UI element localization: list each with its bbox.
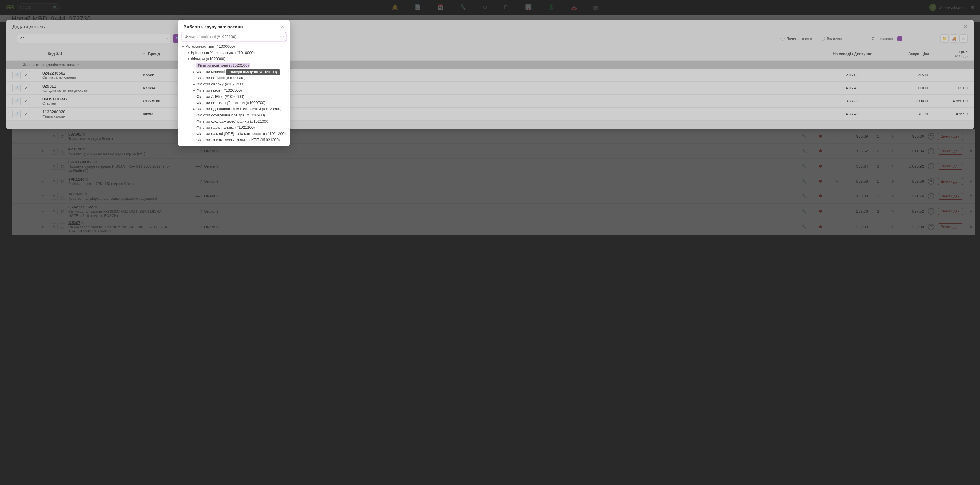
part-code-link[interactable]: 06H911024B bbox=[43, 97, 67, 101]
tree-node[interactable]: Фільтри парів палива (#1021100) bbox=[192, 124, 286, 130]
tree-node[interactable]: ▶Фільтри гідравлічні та їх компоненти (#… bbox=[192, 106, 286, 112]
tree-node-label: Фільтри паливні (#1020300) bbox=[196, 76, 245, 80]
col-supplier[interactable]: Постачальник bbox=[207, 52, 820, 56]
tree-title: Виберіть групу запчастини bbox=[183, 24, 243, 29]
in-stock-checkbox[interactable]: Є в наявності ✓ bbox=[872, 36, 902, 41]
parts-table: Код З/Ч ▾ Бренд ▾ Постачальник На складі… bbox=[6, 47, 974, 120]
check-icon[interactable]: ✓ bbox=[22, 71, 30, 79]
buy-price: 215.00 bbox=[885, 73, 929, 77]
table-row[interactable]: 📄 ✓ 0242236562 Свічка запалювання Bosch … bbox=[6, 69, 974, 82]
doc-icon[interactable]: 📄 bbox=[13, 110, 21, 118]
table-row[interactable]: 📄 ✓ 06H911024B Стартер OES Audi 3.0 / 3.… bbox=[6, 95, 974, 108]
truck-icon[interactable]: 🚚 bbox=[950, 35, 958, 43]
tree-node-label: Фільтри та комплекти фільтрів КПП (#1021… bbox=[196, 138, 280, 142]
check-icon[interactable]: ✓ bbox=[22, 110, 30, 118]
tree-node[interactable]: Фільтри та комплекти фільтрів КПП (#1021… bbox=[192, 137, 286, 143]
clear-icon[interactable]: ⓧ bbox=[280, 35, 284, 39]
sell-price: 476.90 bbox=[929, 112, 967, 116]
radio-starts-with[interactable]: Починається з bbox=[780, 36, 812, 41]
stock-value: 4.0 / 4.0 bbox=[820, 86, 885, 90]
tree-node-label: Фільтри гідравлічні та їх компоненти (#1… bbox=[196, 107, 282, 111]
modal-title: Додати деталь bbox=[13, 24, 45, 30]
folder-icon[interactable]: 📁 bbox=[940, 35, 949, 43]
radio-includes[interactable]: Включає bbox=[821, 36, 842, 41]
tree-node-label: Автозапчастини (#1000000) bbox=[186, 44, 235, 49]
tree-node[interactable]: ▶ Кріплення Універсальне (#1010000) bbox=[187, 49, 286, 56]
part-search-value: 02 bbox=[20, 36, 24, 41]
tree-node-label: Фільтри охолоджуючої рідини (#1021000) bbox=[196, 119, 269, 124]
tree-node[interactable]: Фільтри вентиляції картера (#1020700) bbox=[192, 100, 286, 106]
part-code-link[interactable]: 029311 bbox=[43, 84, 56, 89]
check-icon[interactable]: ✓ bbox=[22, 97, 30, 105]
tree-header: Виберіть групу запчастини ✕ bbox=[178, 20, 290, 32]
part-code-link[interactable]: 1123200020 bbox=[43, 109, 65, 114]
buy-price: 3 900.00 bbox=[885, 99, 929, 103]
select-group-modal: Виберіть групу запчастини ✕ ⓧ ▼ Автозапч… bbox=[178, 20, 290, 146]
stock-value: 2.0 / 0.0 bbox=[820, 73, 885, 77]
buy-price: 317.90 bbox=[885, 112, 929, 116]
tree-node[interactable]: Фільтри осушувача повітря (#1020900) bbox=[192, 112, 286, 118]
tree-tooltip: Фільтри повітряні (#1020100) bbox=[226, 69, 280, 75]
brand-link[interactable]: OES Audi bbox=[143, 99, 160, 103]
tree-node[interactable]: Фільтри охолоджуючої рідини (#1021000) bbox=[192, 118, 286, 124]
tree-node-label: Фільтри парів палива (#1021100) bbox=[196, 125, 255, 130]
add-detail-modal: Додати деталь ✕ 02 ⓧ 🔍 Починається з Вкл… bbox=[6, 20, 974, 129]
tree-view: ▼ Автозапчастини (#1000000) ▶ Кріплення … bbox=[178, 43, 290, 143]
tree-node-label: Фільтри салону (#1020400) bbox=[196, 82, 244, 86]
tree-node-label: Фільтри сажові (DPF) та їх компоненти (#… bbox=[196, 132, 286, 136]
check-icon[interactable]: ✓ bbox=[22, 84, 30, 92]
caret-right-icon: ▶ bbox=[192, 70, 195, 73]
radio-icon bbox=[780, 36, 784, 41]
checkbox-checked-icon: ✓ bbox=[897, 36, 902, 41]
close-icon[interactable]: ✕ bbox=[281, 24, 284, 29]
caret-right-icon: ▶ bbox=[192, 89, 195, 92]
close-icon[interactable]: ✕ bbox=[963, 24, 967, 30]
part-search-field[interactable]: 02 ⓧ bbox=[17, 34, 170, 43]
tree-search-input[interactable] bbox=[181, 32, 286, 41]
col-buy[interactable]: Закуп. ціна bbox=[885, 52, 929, 56]
doc-icon[interactable]: 📄 bbox=[13, 97, 21, 105]
caret-right-icon: ▶ bbox=[187, 51, 190, 54]
tree-node[interactable]: Фільтри повітряні (#1020100) bbox=[192, 62, 286, 69]
sell-price: 165.00 bbox=[929, 86, 967, 90]
tree-node[interactable]: Фільтри сажові (DPF) та їх компоненти (#… bbox=[192, 130, 286, 137]
buy-price: 110.00 bbox=[885, 86, 929, 90]
part-code-link[interactable]: 0242236562 bbox=[43, 71, 65, 75]
tree-node[interactable]: Фільтри паливні (#1020300) bbox=[192, 75, 286, 81]
tree-node-label: Фільтри газові (#1020500) bbox=[196, 88, 242, 92]
filter-icon[interactable]: ▾ bbox=[143, 52, 145, 56]
tree-search: ⓧ bbox=[181, 32, 286, 41]
radio-label: Включає bbox=[827, 36, 842, 41]
col-code[interactable]: Код З/Ч ▾ bbox=[48, 52, 148, 56]
part-desc: Стартер bbox=[43, 101, 143, 106]
tree-node[interactable]: Фільтри AdBlue (#1020600) bbox=[192, 94, 286, 100]
part-desc: Колодка гальмівна дискова bbox=[43, 89, 143, 92]
clear-icon[interactable]: ⓧ bbox=[164, 36, 168, 41]
caret-down-icon: ▼ bbox=[187, 57, 190, 60]
table-header: Код З/Ч ▾ Бренд ▾ Постачальник На складі… bbox=[6, 47, 974, 61]
table-row[interactable]: 📄 ✓ 1123200020 Фільтр салону Meyle 4.0 /… bbox=[6, 108, 974, 120]
radio-label: Починається з bbox=[786, 36, 812, 41]
caret-right-icon: ▶ bbox=[192, 83, 195, 86]
doc-icon[interactable]: 📄 bbox=[13, 84, 21, 92]
brand-link[interactable]: Remsa bbox=[143, 86, 155, 90]
col-stock[interactable]: На складі / Доступно bbox=[820, 52, 885, 56]
sell-price: 4 680.00 bbox=[929, 99, 967, 103]
table-row[interactable]: 📄 ✓ 029311 Колодка гальмівна дискова Rem… bbox=[6, 82, 974, 95]
radio-icon bbox=[821, 36, 825, 41]
brand-link[interactable]: Meyle bbox=[143, 112, 153, 116]
tree-node[interactable]: ▶Фільтри газові (#1020500) bbox=[192, 87, 286, 94]
view-icons: 📁 🚚 ⎙ bbox=[940, 35, 967, 43]
tree-node-label: Фільтри (#1020000) bbox=[191, 57, 226, 61]
part-desc: Фільтр салону bbox=[43, 114, 143, 119]
tree-node-label: Кріплення Універсальне (#1010000) bbox=[191, 51, 255, 55]
col-price[interactable]: Ціна без ПДВ bbox=[929, 50, 967, 58]
doc-icon[interactable]: 📄 bbox=[13, 71, 21, 79]
tree-node-label: Фільтри AdBlue (#1020600) bbox=[196, 94, 244, 99]
brand-link[interactable]: Bosch bbox=[143, 73, 154, 77]
tree-node-filters[interactable]: ▼ Фільтри (#1020000) bbox=[187, 56, 286, 62]
table-subheader: Запчастини з довідника товарів bbox=[6, 61, 974, 69]
stock-value: 4.0 / 4.0 bbox=[820, 112, 885, 116]
tree-root[interactable]: ▼ Автозапчастини (#1000000) bbox=[181, 43, 286, 49]
tree-node[interactable]: ▶Фільтри салону (#1020400) bbox=[192, 81, 286, 87]
